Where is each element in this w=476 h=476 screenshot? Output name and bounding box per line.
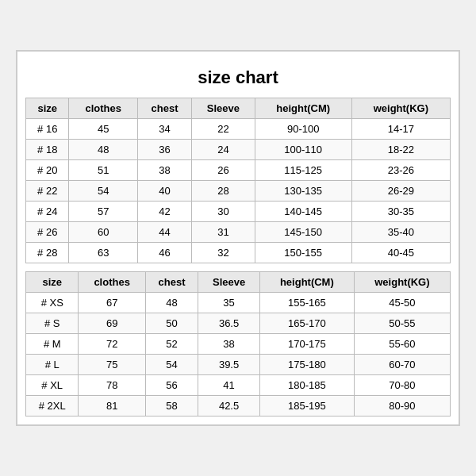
table-cell: # M [26,334,79,355]
size-table-1: sizeclotheschestSleeveheight(CM)weight(K… [25,98,451,263]
table-cell: 58 [145,396,198,416]
table-cell: 67 [79,293,145,313]
table-cell: # XL [26,375,79,396]
table-cell: # 26 [26,222,69,243]
table-cell: 51 [69,160,137,181]
table-cell: 38 [137,160,191,181]
table-cell: 45 [69,119,137,140]
table-row: # 2XL815842.5185-19580-90 [26,396,451,416]
table-cell: 70-80 [354,375,450,396]
table-cell: 26-29 [351,181,450,202]
table-cell: # 22 [26,181,69,202]
table-cell: 46 [137,243,191,263]
column-header: chest [137,98,191,119]
table-cell: 44 [137,222,191,243]
table-cell: # S [26,313,79,334]
table-row: # 1645342290-10014-17 [26,119,451,140]
table-cell: 63 [69,243,137,263]
table-cell: 52 [145,334,198,355]
table-cell: 56 [145,375,198,396]
table-cell: 35-40 [351,222,450,243]
table-cell: 40-45 [351,243,450,263]
column-header: clothes [69,98,137,119]
table-cell: # 28 [26,243,69,263]
table-row: # 22544028130-13526-29 [26,181,451,202]
table-cell: 38 [198,334,260,355]
column-header: Sleeve [192,98,255,119]
table-cell: 180-185 [259,375,354,396]
size-chart-card: size chart sizeclotheschestSleeveheight(… [16,50,460,426]
table-row: # 28634632150-15540-45 [26,243,451,263]
table-cell: 80-90 [354,396,450,416]
table-cell: 34 [137,119,191,140]
table-cell: 45-50 [354,293,450,313]
table-cell: 22 [192,119,255,140]
table-cell: 32 [192,243,255,263]
table-cell: 42 [137,202,191,222]
table-cell: 55-60 [354,334,450,355]
table-cell: 40 [137,181,191,202]
table-cell: 130-135 [255,181,351,202]
table-row: # L755439.5175-18060-70 [26,355,451,375]
table-cell: 75 [79,355,145,375]
column-header: chest [145,272,198,293]
table-cell: 57 [69,202,137,222]
table-row: # XL785641180-18570-80 [26,375,451,396]
table-cell: 36.5 [198,313,260,334]
table-cell: 14-17 [351,119,450,140]
table-cell: 185-195 [259,396,354,416]
table-cell: 30 [192,202,255,222]
table-cell: 18-22 [351,140,450,160]
table-cell: 140-145 [255,202,351,222]
table-cell: 41 [198,375,260,396]
size-table-2: sizeclotheschestSleeveheight(CM)weight(K… [25,271,451,416]
table-cell: # 24 [26,202,69,222]
column-header: weight(KG) [354,272,450,293]
table-cell: 69 [79,313,145,334]
table-row: # 24574230140-14530-35 [26,202,451,222]
table-cell: 170-175 [259,334,354,355]
table-cell: # 18 [26,140,69,160]
chart-title: size chart [25,60,451,98]
table-cell: 31 [192,222,255,243]
column-header: size [26,98,69,119]
table-cell: 30-35 [351,202,450,222]
table-cell: 26 [192,160,255,181]
table-cell: 24 [192,140,255,160]
table-row: # 18483624100-11018-22 [26,140,451,160]
table-cell: 115-125 [255,160,351,181]
table-cell: 54 [145,355,198,375]
table-cell: 90-100 [255,119,351,140]
table-cell: 155-165 [259,293,354,313]
column-header: clothes [79,272,145,293]
table-cell: # 16 [26,119,69,140]
table-cell: 54 [69,181,137,202]
table-cell: 39.5 [198,355,260,375]
table-cell: 100-110 [255,140,351,160]
table-row: # S695036.5165-17050-55 [26,313,451,334]
table-row: # M725238170-17555-60 [26,334,451,355]
table-row: # 20513826115-12523-26 [26,160,451,181]
column-header: height(CM) [255,98,351,119]
table-cell: 81 [79,396,145,416]
table-cell: 35 [198,293,260,313]
table-cell: # XS [26,293,79,313]
table-row: # XS674835155-16545-50 [26,293,451,313]
table-cell: 28 [192,181,255,202]
table-cell: 60-70 [354,355,450,375]
table-cell: 48 [69,140,137,160]
column-header: height(CM) [259,272,354,293]
table-cell: 78 [79,375,145,396]
column-header: weight(KG) [351,98,450,119]
table-cell: 150-155 [255,243,351,263]
table-cell: 145-150 [255,222,351,243]
table-row: # 26604431145-15035-40 [26,222,451,243]
table-cell: 60 [69,222,137,243]
table-cell: 50-55 [354,313,450,334]
table-cell: # L [26,355,79,375]
table-cell: 42.5 [198,396,260,416]
table-cell: 165-170 [259,313,354,334]
column-header: Sleeve [198,272,260,293]
table-cell: 48 [145,293,198,313]
table-cell: # 20 [26,160,69,181]
